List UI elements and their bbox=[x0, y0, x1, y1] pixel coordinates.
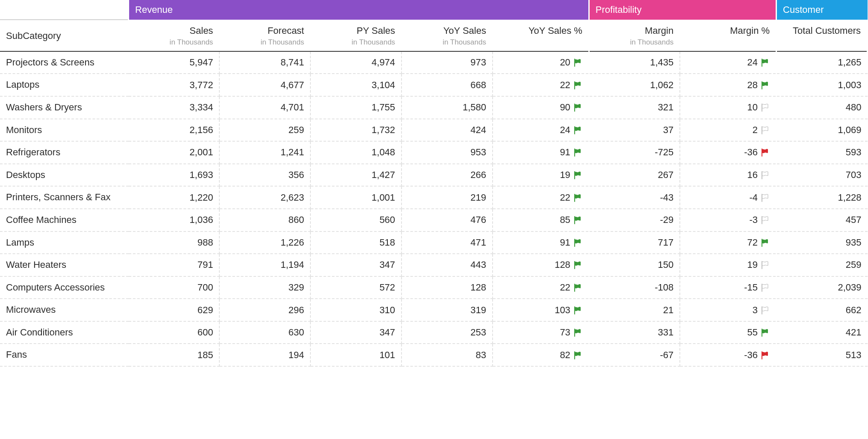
cell-margin-pct: 28 bbox=[680, 74, 776, 96]
cell-sales: 2,001 bbox=[129, 141, 220, 164]
group-header-revenue[interactable]: Revenue bbox=[129, 0, 589, 20]
table-row[interactable]: Fans1851941018382-67-36513 bbox=[0, 344, 868, 366]
cell-margin: -43 bbox=[589, 186, 680, 209]
row-label: Desktops bbox=[0, 164, 129, 187]
table-row[interactable]: Refrigerators2,0011,2411,04895391-725-36… bbox=[0, 141, 868, 164]
cell-sales: 629 bbox=[129, 299, 220, 321]
table-row[interactable]: Coffee Machines1,03686056047685-29-3457 bbox=[0, 209, 868, 231]
cell-yoy-sales: 266 bbox=[402, 164, 493, 187]
cell-yoy-sales-pct: 19 bbox=[493, 164, 589, 187]
flag-icon bbox=[573, 103, 582, 112]
column-header-total-customers[interactable]: Total Customers bbox=[776, 20, 868, 51]
cell-yoy-sales-pct: 85 bbox=[493, 209, 589, 231]
row-label: Washers & Dryers bbox=[0, 96, 129, 119]
column-header-py-sales[interactable]: PY Salesin Thousands bbox=[310, 20, 402, 51]
table-row[interactable]: Projectors & Screens5,9478,7414,97497320… bbox=[0, 51, 868, 74]
column-header-yoy-sales-pct[interactable]: YoY Sales % bbox=[493, 20, 589, 51]
cell-value: 19 bbox=[560, 169, 570, 180]
column-header-sales[interactable]: Salesin Thousands bbox=[129, 20, 220, 51]
column-header-sublabel: in Thousands bbox=[596, 38, 673, 47]
cell-margin: 321 bbox=[589, 96, 680, 119]
table-row[interactable]: Microwaves629296310319103213662 bbox=[0, 299, 868, 321]
cell-py-sales: 347 bbox=[310, 321, 402, 344]
cell-margin-pct: -36 bbox=[680, 141, 776, 164]
cell-margin: 37 bbox=[589, 119, 680, 142]
table-row[interactable]: Desktops1,6933561,4272661926716703 bbox=[0, 164, 868, 187]
column-header-yoy-sales[interactable]: YoY Salesin Thousands bbox=[402, 20, 493, 51]
cell-value: 20 bbox=[560, 57, 570, 68]
cell-py-sales: 101 bbox=[310, 344, 402, 366]
cell-py-sales: 1,048 bbox=[310, 141, 402, 164]
cell-margin: 717 bbox=[589, 231, 680, 254]
cell-py-sales: 1,001 bbox=[310, 186, 402, 209]
group-header-row: Revenue Profitability Customer bbox=[0, 0, 868, 20]
column-header-margin[interactable]: Marginin Thousands bbox=[589, 20, 680, 51]
table-row[interactable]: Lamps9881,2265184719171772935 bbox=[0, 231, 868, 254]
cell-margin: 267 bbox=[589, 164, 680, 187]
table-row[interactable]: Monitors2,1562591,732424243721,069 bbox=[0, 119, 868, 142]
cell-yoy-sales: 476 bbox=[402, 209, 493, 231]
cell-value: 73 bbox=[560, 327, 570, 338]
cell-margin-pct: 2 bbox=[680, 119, 776, 142]
table-body: Projectors & Screens5,9478,7414,97497320… bbox=[0, 51, 868, 366]
column-header-margin-pct[interactable]: Margin % bbox=[680, 20, 776, 51]
table-row[interactable]: Water Heaters7911,19434744312815019259 bbox=[0, 254, 868, 276]
cell-total-customers: 1,003 bbox=[776, 74, 868, 96]
cell-value: 10 bbox=[747, 102, 758, 113]
cell-margin: -108 bbox=[589, 276, 680, 299]
cell-yoy-sales-pct: 91 bbox=[493, 141, 589, 164]
table-header: Revenue Profitability Customer SubCatego… bbox=[0, 0, 868, 51]
cell-total-customers: 1,228 bbox=[776, 186, 868, 209]
flag-icon bbox=[573, 216, 582, 224]
flag-icon bbox=[573, 58, 582, 67]
row-label: Lamps bbox=[0, 231, 129, 254]
row-label: Air Conditioners bbox=[0, 321, 129, 344]
flag-icon bbox=[760, 193, 770, 202]
flag-icon bbox=[573, 306, 582, 314]
cell-margin-pct: 72 bbox=[680, 231, 776, 254]
table-row[interactable]: Washers & Dryers3,3344,7011,7551,5809032… bbox=[0, 96, 868, 119]
cell-yoy-sales-pct: 90 bbox=[493, 96, 589, 119]
flag-icon bbox=[760, 216, 770, 224]
row-label: Coffee Machines bbox=[0, 209, 129, 231]
group-header-customer[interactable]: Customer bbox=[776, 0, 868, 20]
cell-forecast: 1,226 bbox=[219, 231, 310, 254]
cell-total-customers: 935 bbox=[776, 231, 868, 254]
flag-icon bbox=[760, 81, 770, 89]
data-table: Revenue Profitability Customer SubCatego… bbox=[0, 0, 868, 367]
cell-py-sales: 4,974 bbox=[310, 51, 402, 74]
flag-icon bbox=[760, 148, 770, 157]
cell-py-sales: 572 bbox=[310, 276, 402, 299]
cell-margin: 150 bbox=[589, 254, 680, 276]
column-header-forecast[interactable]: Forecastin Thousands bbox=[219, 20, 310, 51]
cell-forecast: 259 bbox=[219, 119, 310, 142]
group-header-profitability[interactable]: Profitability bbox=[589, 0, 776, 20]
column-header-label: YoY Sales bbox=[408, 25, 486, 37]
table-row[interactable]: Computers Accessories70032957212822-108-… bbox=[0, 276, 868, 299]
cell-sales: 1,220 bbox=[129, 186, 220, 209]
cell-total-customers: 421 bbox=[776, 321, 868, 344]
cell-value: 90 bbox=[560, 102, 570, 113]
cell-margin-pct: -3 bbox=[680, 209, 776, 231]
table-row[interactable]: Laptops3,7724,6773,104668221,062281,003 bbox=[0, 74, 868, 96]
cell-forecast: 2,623 bbox=[219, 186, 310, 209]
cell-py-sales: 1,755 bbox=[310, 96, 402, 119]
cell-yoy-sales: 83 bbox=[402, 344, 493, 366]
cell-value: 91 bbox=[560, 237, 570, 248]
table-row[interactable]: Air Conditioners6006303472537333155421 bbox=[0, 321, 868, 344]
cell-sales: 3,334 bbox=[129, 96, 220, 119]
column-header-subcategory[interactable]: SubCategory bbox=[0, 20, 129, 51]
cell-py-sales: 1,427 bbox=[310, 164, 402, 187]
cell-sales: 185 bbox=[129, 344, 220, 366]
cell-yoy-sales-pct: 103 bbox=[493, 299, 589, 321]
cell-value: 85 bbox=[560, 214, 570, 225]
cell-value: 22 bbox=[560, 80, 570, 90]
cell-margin-pct: -15 bbox=[680, 276, 776, 299]
cell-margin: -29 bbox=[589, 209, 680, 231]
table-row[interactable]: Printers, Scanners & Fax1,2202,6231,0012… bbox=[0, 186, 868, 209]
column-header-label: Sales bbox=[135, 25, 213, 37]
cell-margin-pct: 19 bbox=[680, 254, 776, 276]
cell-forecast: 4,701 bbox=[219, 96, 310, 119]
flag-icon bbox=[760, 126, 770, 134]
flag-icon bbox=[760, 171, 770, 179]
